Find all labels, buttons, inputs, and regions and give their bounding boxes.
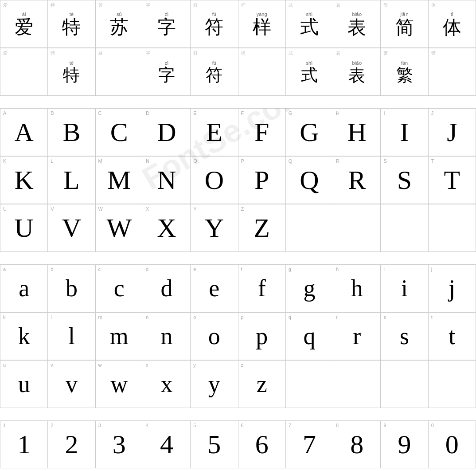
upper-char: P xyxy=(254,165,269,196)
lower-label: o xyxy=(193,314,196,320)
uppercase-cell xyxy=(429,204,476,252)
lower-label: h xyxy=(336,267,339,272)
cn-label-trad: 體 xyxy=(431,50,436,56)
upper-char: K xyxy=(14,165,33,196)
lower-label: r xyxy=(336,314,338,320)
uppercase-cell: P P xyxy=(238,157,286,204)
uppercase-cell: G G xyxy=(286,109,333,156)
upper-char: L xyxy=(63,165,80,196)
cn-char-trad: 特 xyxy=(63,67,80,83)
digit-cell: 4 4 xyxy=(143,421,191,468)
upper-char: E xyxy=(206,117,222,148)
upper-char: J xyxy=(447,117,457,148)
pinyin: zì xyxy=(165,12,169,17)
upper-char: I xyxy=(400,117,409,148)
pinyin: fú xyxy=(212,12,216,17)
digit-label: 9 xyxy=(383,423,386,428)
upper-label: N xyxy=(146,158,149,164)
chinese-cell-trad: 表 biǎo 表 xyxy=(333,48,381,96)
cn-label: 爱 xyxy=(3,2,8,8)
upper-char: A xyxy=(14,117,33,148)
upper-char: H xyxy=(347,117,367,148)
lowercase-cell: x x xyxy=(143,361,191,408)
upper-char: U xyxy=(14,213,33,243)
cn-label-trad: 表 xyxy=(336,50,340,56)
uppercase-cell: K K xyxy=(0,157,48,204)
chinese-cell: 体 tǐ 体 xyxy=(429,0,476,48)
cn-char: 体 xyxy=(443,18,461,37)
digit-char: 4 xyxy=(160,429,173,460)
lower-label: e xyxy=(193,267,196,272)
digit-label: 1 xyxy=(3,423,6,428)
cn-label-trad: 蘇 xyxy=(98,50,103,56)
pinyin: jiǎn xyxy=(401,12,409,17)
digit-label: 0 xyxy=(431,423,434,428)
pinyin: tè xyxy=(70,12,74,17)
cn-label-trad: 樣 xyxy=(241,50,246,56)
chinese-cell: 样 yàng 样 xyxy=(238,0,286,48)
pinyin-trad: fán xyxy=(401,60,408,66)
upper-char: C xyxy=(110,117,128,148)
lower-label: w xyxy=(98,362,102,368)
cn-char: 特 xyxy=(62,18,81,36)
digit-char: 3 xyxy=(113,429,126,460)
pinyin: ài xyxy=(22,12,26,17)
upper-label: K xyxy=(3,158,6,164)
cn-char-trad: 表 xyxy=(348,67,365,84)
lower-char: g xyxy=(303,275,315,302)
upper-label: G xyxy=(289,110,293,116)
lower-char: c xyxy=(114,275,125,302)
lowercase-section: a a b b c c d d e e f f g g h h i i j j … xyxy=(0,264,476,408)
lower-label: l xyxy=(51,314,51,320)
digits-section: 1 1 2 2 3 3 4 4 5 5 6 6 7 7 8 8 9 9 0 0 xyxy=(0,420,476,468)
digit-char: 9 xyxy=(398,429,411,460)
lowercase-cell: z z xyxy=(238,361,286,408)
lower-char: m xyxy=(110,322,129,350)
upper-label: S xyxy=(383,158,386,164)
lower-label: p xyxy=(241,314,244,320)
upper-char: D xyxy=(157,117,176,148)
cn-label: 特 xyxy=(51,2,55,8)
cn-label-trad: 符 xyxy=(193,50,198,56)
digit-label: 6 xyxy=(241,423,244,428)
lowercase-cell: m m xyxy=(96,313,143,360)
uppercase-cell: F F xyxy=(238,109,286,156)
uppercase-cell: R R xyxy=(333,157,381,204)
cn-char: 样 xyxy=(253,18,271,36)
uppercase-cell xyxy=(381,204,428,252)
pinyin: shì xyxy=(306,12,313,17)
lower-label: d xyxy=(146,267,148,272)
cn-label: 体 xyxy=(431,2,436,8)
digit-cell: 8 8 xyxy=(333,421,381,468)
upper-label: L xyxy=(51,158,53,164)
lowercase-cell: a a xyxy=(0,265,48,312)
cn-label: 表 xyxy=(336,2,340,8)
digit-cell: 0 0 xyxy=(429,421,476,468)
lower-label: b xyxy=(51,267,53,272)
digit-char: 7 xyxy=(303,429,316,460)
lowercase-cell: t t xyxy=(429,313,476,360)
lower-label: k xyxy=(3,314,6,320)
lower-char: p xyxy=(256,322,268,350)
uppercase-cell: Q Q xyxy=(286,157,333,204)
lower-label: g xyxy=(289,267,291,272)
lowercase-cell: f f xyxy=(238,265,286,312)
cn-char-trad: 繁 xyxy=(396,67,413,83)
pinyin: sū xyxy=(117,12,122,17)
lower-char: z xyxy=(257,370,267,398)
uppercase-cell: S S xyxy=(381,157,428,204)
upper-label: F xyxy=(241,110,244,116)
lower-char: r xyxy=(353,322,361,350)
lower-label: z xyxy=(241,362,244,368)
uppercase-cell: N N xyxy=(143,157,191,204)
upper-char: V xyxy=(62,213,81,243)
lower-label: n xyxy=(146,314,148,320)
cn-label-trad: 字 xyxy=(146,50,150,56)
chinese-cell-trad: 樣 xyxy=(238,48,286,96)
upper-label: E xyxy=(193,110,196,116)
uppercase-cell: O O xyxy=(191,157,238,204)
cn-label-trad: 體 xyxy=(51,50,55,56)
cn-char-trad: 符 xyxy=(206,67,222,83)
upper-char: Z xyxy=(254,213,270,243)
lowercase-cell: r r xyxy=(333,313,381,360)
